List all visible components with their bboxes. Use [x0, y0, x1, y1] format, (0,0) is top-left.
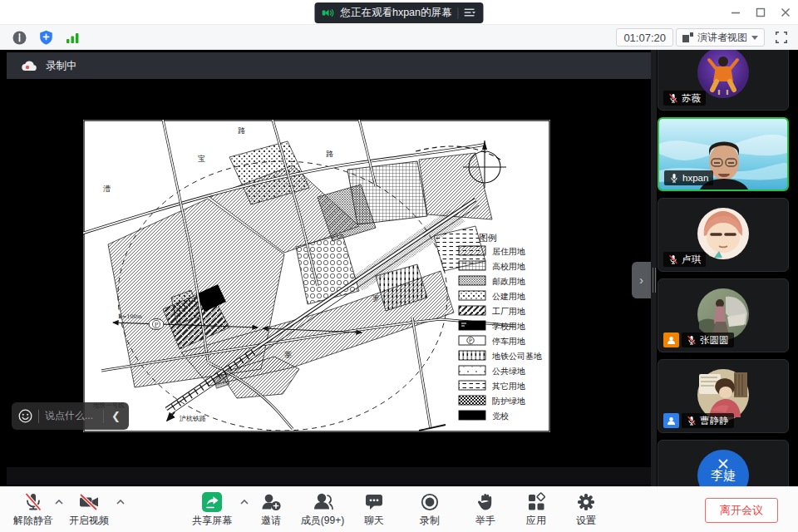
- legend-item: 公共绿地: [459, 366, 525, 376]
- sidebar-collapse-handle[interactable]: ›: [632, 262, 651, 298]
- pill-divider: [458, 7, 459, 19]
- legend-item: 公建用地: [459, 291, 525, 301]
- legend-item: 学校用地: [459, 321, 525, 331]
- participant-tile-suwei[interactable]: 苏薇: [658, 50, 789, 111]
- legend-item: 工厂用地: [459, 306, 525, 316]
- chevron-down-icon: [751, 36, 758, 40]
- shared-screen-map: R=100m P 漕 宝 路 路 罗 莘 地铁一号线 沪杭铁路: [83, 120, 550, 432]
- mic-muted-icon: [22, 491, 44, 513]
- legend-item: 其它用地: [459, 381, 525, 391]
- mic-muted-icon: [668, 254, 678, 264]
- recording-banner: 录制中: [7, 52, 651, 79]
- participant-name: hxpan: [682, 173, 708, 183]
- participant-name: 张圆圆: [700, 334, 729, 347]
- legend-item: 邮政用地: [459, 276, 525, 286]
- svg-text:P: P: [469, 337, 473, 344]
- svg-text:公共绿地: 公共绿地: [492, 367, 525, 376]
- recording-label: 录制中: [46, 59, 77, 73]
- gear-icon: [575, 491, 597, 513]
- chat-divider: [38, 410, 39, 423]
- avatar: 李婕: [697, 450, 749, 486]
- svg-text:地铁公司基地: 地铁公司基地: [491, 352, 542, 361]
- svg-text:高校用地: 高校用地: [492, 262, 525, 271]
- participant-name: 卢琪: [682, 254, 701, 266]
- main-stage: 录制中: [0, 50, 798, 486]
- svg-text:罗: 罗: [372, 294, 380, 303]
- close-button[interactable]: [771, 0, 798, 25]
- fullscreen-button[interactable]: [771, 28, 791, 47]
- info-icon: [12, 31, 27, 45]
- record-icon: [419, 491, 441, 513]
- svg-text:防护绿地: 防护绿地: [492, 397, 525, 406]
- role-badge-orange: [663, 332, 679, 347]
- person-icon: [667, 416, 676, 426]
- svg-text:停车用地: 停车用地: [491, 337, 525, 346]
- view-mode-button[interactable]: 演讲者视图: [676, 28, 765, 47]
- svg-text:公建用地: 公建用地: [492, 292, 525, 301]
- watching-banner[interactable]: 您正在观看hxpan的屏幕: [314, 2, 483, 23]
- minimize-icon: [731, 7, 741, 17]
- shield-plus-icon: [39, 30, 53, 45]
- video-options-caret[interactable]: [115, 497, 126, 507]
- scale-label: R=100m: [118, 313, 142, 320]
- svg-text:漕: 漕: [103, 185, 111, 193]
- participant-tile-hxpan[interactable]: hxpan: [658, 117, 789, 191]
- fullscreen-icon: [776, 32, 787, 43]
- security-button[interactable]: [35, 27, 57, 47]
- chat-icon: [363, 491, 385, 513]
- close-icon: [781, 7, 791, 17]
- svg-text:邮政用地: 邮政用地: [492, 277, 525, 286]
- svg-text:学校用地: 学校用地: [492, 322, 525, 331]
- chevron-left-icon[interactable]: ❮: [110, 410, 122, 422]
- watching-text: 您正在观看hxpan的屏幕: [340, 6, 451, 20]
- legend-item: P 停车用地: [459, 336, 525, 346]
- svg-text:P: P: [155, 322, 159, 328]
- participant-name: 苏薇: [682, 92, 701, 105]
- window-titlebar: 您正在观看hxpan的屏幕: [0, 0, 798, 25]
- share-bottom-band: [7, 467, 651, 485]
- apps-icon: [525, 491, 547, 513]
- mic-on-icon: [669, 173, 679, 183]
- mic-muted-icon: [668, 93, 678, 103]
- legend-item: 高校用地: [459, 261, 525, 271]
- speaker-icon: [322, 7, 334, 18]
- network-quality-button[interactable]: [62, 27, 83, 47]
- svg-text:李婕: 李婕: [711, 468, 736, 482]
- banner-menu-icon[interactable]: [465, 8, 476, 17]
- maximize-button[interactable]: [746, 0, 775, 25]
- legend-item: 地铁公司基地: [459, 351, 542, 361]
- chevron-up-icon: [116, 500, 125, 505]
- minimize-button[interactable]: [722, 0, 750, 25]
- meeting-info-button[interactable]: [8, 27, 30, 47]
- mic-muted-icon: [687, 416, 697, 426]
- chat-input[interactable]: 说点什么...: [45, 409, 97, 423]
- parking-marker: P: [149, 319, 164, 330]
- chat-quick-bar[interactable]: 说点什么... ❮: [12, 402, 129, 430]
- legend-item: 居住用地: [459, 246, 525, 256]
- participant-tile-caojingjing[interactable]: 曹静静: [658, 359, 789, 433]
- sidebar-divider[interactable]: [651, 50, 657, 486]
- settings-button[interactable]: 设置: [549, 491, 623, 528]
- svg-text:居住用地: 居住用地: [492, 247, 525, 256]
- participant-tile-zhangyuanyuan[interactable]: 张圆圆: [658, 278, 789, 352]
- layout-icon: [682, 32, 693, 42]
- members-icon: [312, 491, 333, 513]
- participant-tile-luqi[interactable]: 卢琪: [658, 198, 789, 272]
- maximize-icon: [756, 7, 766, 17]
- planning-map: R=100m P 漕 宝 路 路 罗 莘 地铁一号线 沪杭铁路: [83, 120, 550, 432]
- emoji-icon[interactable]: [18, 409, 32, 423]
- cloud-recording-icon: [22, 60, 37, 71]
- svg-text:其它用地: 其它用地: [492, 382, 525, 391]
- svg-text:党校: 党校: [492, 411, 509, 421]
- chat-divider: [103, 410, 104, 423]
- legend-item: 党校: [459, 411, 509, 421]
- share-screen-icon: [201, 491, 223, 513]
- mic-muted-icon: [687, 335, 697, 345]
- participant-name: 曹静静: [700, 415, 729, 427]
- signal-bars-icon: [66, 32, 80, 44]
- meeting-topbar: 01:07:20 演讲者视图: [0, 25, 798, 50]
- leave-meeting-button[interactable]: 离开会议: [705, 498, 778, 523]
- meeting-timer: 01:07:20: [616, 28, 673, 47]
- invite-icon: [260, 491, 282, 513]
- participant-tile-lijie[interactable]: 李婕: [658, 440, 789, 486]
